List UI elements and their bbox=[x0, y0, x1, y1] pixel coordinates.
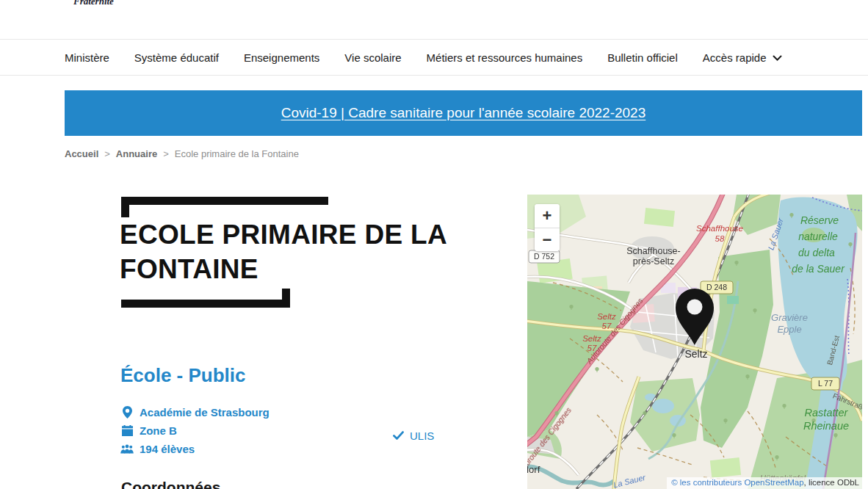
page: Fraternité Ministère Système éducatif En… bbox=[0, 0, 868, 489]
calendar-icon bbox=[120, 425, 134, 436]
chevron-down-icon bbox=[773, 51, 782, 64]
svg-text:D 752: D 752 bbox=[534, 252, 554, 261]
map[interactable]: D 752 D 248 L 77 Schaffhouse- près-Seltz… bbox=[527, 195, 862, 489]
main-nav: Ministère Système éducatif Enseignements… bbox=[0, 39, 868, 76]
nav-item-ministere[interactable]: Ministère bbox=[65, 51, 109, 64]
covid-banner-link[interactable]: Covid-19 | Cadre sanitaire pour l'année … bbox=[281, 105, 646, 121]
breadcrumb-home[interactable]: Accueil bbox=[65, 148, 98, 159]
svg-text:Gravière: Gravière bbox=[771, 312, 808, 323]
svg-text:Seltz: Seltz bbox=[597, 312, 616, 321]
svg-text:Rheinaue: Rheinaue bbox=[803, 420, 849, 432]
school-facts: Académie de Strasbourg Zone B 194 élèves bbox=[120, 406, 270, 455]
road-shield-d248: D 248 bbox=[701, 281, 733, 294]
svg-text:Seltz: Seltz bbox=[582, 334, 601, 343]
map-zoom-control: + − bbox=[535, 204, 560, 251]
breadcrumb-separator: > bbox=[104, 148, 110, 159]
check-icon bbox=[393, 430, 404, 442]
svg-text:du delta: du delta bbox=[798, 247, 835, 258]
fact-students: 194 élèves bbox=[120, 443, 270, 455]
svg-text:de la Sauer: de la Sauer bbox=[792, 263, 845, 275]
title-deco-top-tab bbox=[121, 197, 129, 217]
svg-text:eldorf: eldorf bbox=[527, 464, 540, 475]
nav-item-acces-rapide[interactable]: Accès rapide bbox=[703, 51, 782, 64]
svg-text:Seltz: Seltz bbox=[684, 348, 707, 360]
svg-text:Schaffhouse: Schaffhouse bbox=[696, 224, 743, 233]
svg-text:Schaffhouse-: Schaffhouse- bbox=[626, 246, 680, 256]
map-attribution: © les contributeurs OpenStreetMap, licen… bbox=[667, 477, 862, 489]
map-canvas: D 752 D 248 L 77 Schaffhouse- près-Seltz… bbox=[527, 195, 862, 489]
fact-academy: Académie de Strasbourg bbox=[120, 406, 270, 419]
title-deco-bottom-tab bbox=[282, 289, 290, 308]
nav-item-systeme-educatif[interactable]: Système éducatif bbox=[134, 51, 219, 64]
nav-item-vie-scolaire[interactable]: Vie scolaire bbox=[344, 51, 401, 64]
breadcrumb: Accueil > Annuaire > Ecole primaire de l… bbox=[65, 148, 299, 159]
svg-text:57: 57 bbox=[587, 344, 597, 352]
svg-text:Rastatter: Rastatter bbox=[805, 407, 849, 419]
breadcrumb-annuaire[interactable]: Annuaire bbox=[116, 148, 157, 159]
zoom-in-button[interactable]: + bbox=[535, 204, 560, 228]
breadcrumb-separator: > bbox=[163, 148, 169, 159]
school-type: École - Public bbox=[120, 364, 246, 387]
zoom-out-button[interactable]: − bbox=[535, 228, 560, 251]
svg-text:58: 58 bbox=[715, 234, 725, 243]
nav-item-enseignements[interactable]: Enseignements bbox=[244, 51, 319, 64]
svg-text:près-Seltz: près-Seltz bbox=[633, 256, 674, 267]
svg-text:naturelle: naturelle bbox=[798, 231, 838, 242]
nav-item-metiers-rh[interactable]: Métiers et ressources humaines bbox=[427, 51, 583, 64]
title-deco-bottom-bar bbox=[121, 300, 290, 308]
gov-logo-fraternite: Fraternité bbox=[73, 0, 114, 7]
svg-text:Epple: Epple bbox=[777, 324, 801, 335]
svg-text:L 77: L 77 bbox=[818, 379, 833, 388]
road-shield-l77: L 77 bbox=[811, 377, 839, 390]
ulis-tag: ULIS bbox=[393, 430, 434, 442]
attribution-prefix: © les contributeurs bbox=[671, 478, 744, 487]
attribution-suffix: , licence ODbL bbox=[804, 478, 859, 487]
breadcrumb-current: Ecole primaire de la Fontaine bbox=[175, 148, 299, 159]
map-pin-icon bbox=[120, 406, 134, 419]
people-icon bbox=[120, 444, 134, 454]
title-deco-top-bar bbox=[121, 197, 328, 205]
svg-text:Réserve: Réserve bbox=[800, 214, 839, 226]
road-shield-d752: D 752 bbox=[529, 250, 560, 263]
openstreetmap-link[interactable]: OpenStreetMap bbox=[744, 478, 803, 487]
page-title: ECOLE PRIMAIRE DE LA FONTAINE bbox=[120, 217, 487, 286]
svg-text:D 248: D 248 bbox=[706, 283, 727, 291]
coordinates-heading: Coordonnées bbox=[121, 479, 220, 489]
covid-banner: Covid-19 | Cadre sanitaire pour l'année … bbox=[65, 90, 862, 136]
fact-zone: Zone B bbox=[120, 424, 270, 437]
svg-text:57: 57 bbox=[602, 322, 612, 330]
nav-item-bulletin-officiel[interactable]: Bulletin officiel bbox=[607, 51, 678, 64]
